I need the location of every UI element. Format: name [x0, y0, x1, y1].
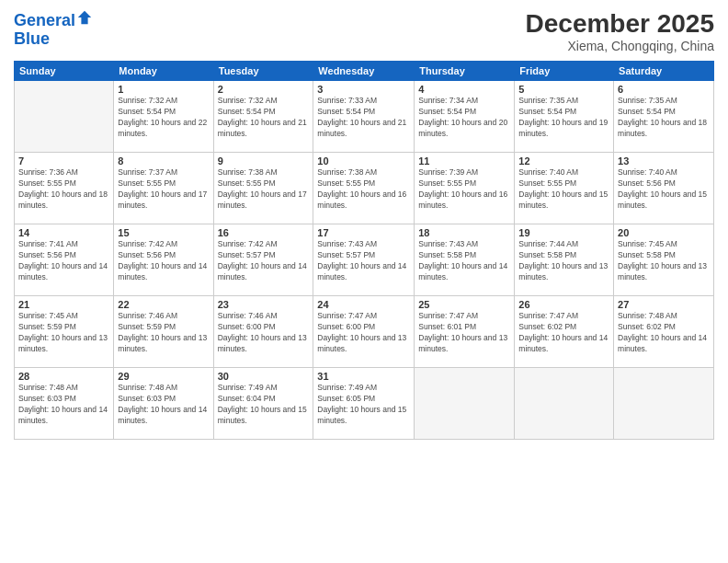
calendar: Sunday Monday Tuesday Wednesday Thursday…	[14, 61, 714, 440]
day-cell-4-2: 30Sunrise: 7:49 AM Sunset: 6:04 PM Dayli…	[213, 368, 313, 440]
week-row-4: 28Sunrise: 7:48 AM Sunset: 6:03 PM Dayli…	[15, 368, 714, 440]
day-cell-0-3: 3Sunrise: 7:33 AM Sunset: 5:54 PM Daylig…	[313, 81, 415, 153]
day-info: Sunrise: 7:41 AM Sunset: 5:56 PM Dayligh…	[18, 239, 109, 283]
day-info: Sunrise: 7:48 AM Sunset: 6:03 PM Dayligh…	[18, 383, 109, 427]
day-number: 20	[618, 227, 710, 238]
day-number: 12	[518, 155, 609, 167]
day-number: 6	[618, 84, 710, 95]
day-cell-3-3: 24Sunrise: 7:47 AM Sunset: 6:00 PM Dayli…	[313, 296, 415, 368]
day-cell-1-4: 11Sunrise: 7:39 AM Sunset: 5:55 PM Dayli…	[415, 153, 515, 224]
day-info: Sunrise: 7:42 AM Sunset: 5:57 PM Dayligh…	[218, 239, 310, 283]
day-cell-2-2: 16Sunrise: 7:42 AM Sunset: 5:57 PM Dayli…	[213, 224, 313, 296]
day-number: 16	[218, 227, 310, 238]
day-cell-3-6: 27Sunrise: 7:48 AM Sunset: 6:02 PM Dayli…	[614, 296, 714, 368]
day-info: Sunrise: 7:33 AM Sunset: 5:54 PM Dayligh…	[317, 96, 410, 140]
day-number: 3	[317, 84, 410, 95]
day-cell-2-1: 15Sunrise: 7:42 AM Sunset: 5:56 PM Dayli…	[114, 224, 213, 296]
day-number: 28	[18, 371, 109, 382]
location: Xiema, Chongqing, China	[526, 39, 714, 53]
day-cell-0-4: 4Sunrise: 7:34 AM Sunset: 5:54 PM Daylig…	[415, 81, 515, 153]
day-number: 27	[618, 299, 710, 310]
day-number: 2	[218, 84, 310, 95]
day-number: 13	[618, 155, 710, 167]
week-row-3: 21Sunrise: 7:45 AM Sunset: 5:59 PM Dayli…	[15, 296, 714, 368]
day-cell-2-5: 19Sunrise: 7:44 AM Sunset: 5:58 PM Dayli…	[515, 224, 614, 296]
day-cell-4-3: 31Sunrise: 7:49 AM Sunset: 6:05 PM Dayli…	[313, 368, 415, 440]
logo: General Blue	[14, 9, 93, 49]
day-cell-4-5	[515, 368, 614, 440]
day-cell-3-2: 23Sunrise: 7:46 AM Sunset: 6:00 PM Dayli…	[213, 296, 313, 368]
day-number: 17	[317, 227, 410, 238]
day-info: Sunrise: 7:40 AM Sunset: 5:56 PM Dayligh…	[618, 167, 710, 212]
day-number: 18	[418, 227, 510, 238]
day-info: Sunrise: 7:40 AM Sunset: 5:55 PM Dayligh…	[518, 167, 609, 212]
header-sunday: Sunday	[15, 62, 114, 81]
day-cell-0-5: 5Sunrise: 7:35 AM Sunset: 5:54 PM Daylig…	[515, 81, 614, 153]
day-info: Sunrise: 7:32 AM Sunset: 5:54 PM Dayligh…	[218, 96, 310, 140]
day-cell-1-0: 7Sunrise: 7:36 AM Sunset: 5:55 PM Daylig…	[15, 153, 114, 224]
day-number: 14	[18, 227, 109, 238]
day-info: Sunrise: 7:45 AM Sunset: 5:59 PM Dayligh…	[18, 311, 109, 355]
day-cell-1-1: 8Sunrise: 7:37 AM Sunset: 5:55 PM Daylig…	[114, 153, 213, 224]
day-number: 25	[418, 299, 510, 310]
day-number: 4	[418, 84, 510, 95]
day-cell-3-0: 21Sunrise: 7:45 AM Sunset: 5:59 PM Dayli…	[15, 296, 114, 368]
day-number: 24	[317, 299, 410, 310]
logo-blue: Blue	[14, 29, 50, 48]
day-info: Sunrise: 7:35 AM Sunset: 5:54 PM Dayligh…	[518, 96, 609, 140]
day-info: Sunrise: 7:36 AM Sunset: 5:55 PM Dayligh…	[18, 167, 109, 212]
day-cell-2-0: 14Sunrise: 7:41 AM Sunset: 5:56 PM Dayli…	[15, 224, 114, 296]
day-cell-4-0: 28Sunrise: 7:48 AM Sunset: 6:03 PM Dayli…	[15, 368, 114, 440]
day-cell-3-4: 25Sunrise: 7:47 AM Sunset: 6:01 PM Dayli…	[415, 296, 515, 368]
day-cell-1-5: 12Sunrise: 7:40 AM Sunset: 5:55 PM Dayli…	[515, 153, 614, 224]
day-info: Sunrise: 7:49 AM Sunset: 6:04 PM Dayligh…	[218, 383, 310, 427]
header-thursday: Thursday	[415, 62, 515, 81]
day-cell-0-0	[15, 81, 114, 153]
week-row-2: 14Sunrise: 7:41 AM Sunset: 5:56 PM Dayli…	[15, 224, 714, 296]
day-number: 26	[518, 299, 609, 310]
day-info: Sunrise: 7:48 AM Sunset: 6:03 PM Dayligh…	[118, 383, 209, 427]
day-cell-1-6: 13Sunrise: 7:40 AM Sunset: 5:56 PM Dayli…	[614, 153, 714, 224]
day-info: Sunrise: 7:42 AM Sunset: 5:56 PM Dayligh…	[118, 239, 209, 283]
day-number: 8	[118, 155, 209, 167]
day-info: Sunrise: 7:48 AM Sunset: 6:02 PM Dayligh…	[618, 311, 710, 355]
day-info: Sunrise: 7:32 AM Sunset: 5:54 PM Dayligh…	[118, 96, 209, 140]
day-number: 21	[18, 299, 109, 310]
header: General Blue December 2025 Xiema, Chongq…	[14, 9, 714, 53]
day-cell-4-4	[415, 368, 515, 440]
month-title: December 2025	[526, 9, 714, 39]
day-info: Sunrise: 7:43 AM Sunset: 5:58 PM Dayligh…	[418, 239, 510, 283]
day-cell-3-5: 26Sunrise: 7:47 AM Sunset: 6:02 PM Dayli…	[515, 296, 614, 368]
day-info: Sunrise: 7:39 AM Sunset: 5:55 PM Dayligh…	[418, 167, 510, 212]
logo-icon	[76, 9, 93, 26]
day-cell-1-2: 9Sunrise: 7:38 AM Sunset: 5:55 PM Daylig…	[213, 153, 313, 224]
day-info: Sunrise: 7:46 AM Sunset: 5:59 PM Dayligh…	[118, 311, 209, 355]
header-wednesday: Wednesday	[313, 62, 415, 81]
day-info: Sunrise: 7:38 AM Sunset: 5:55 PM Dayligh…	[317, 167, 410, 212]
day-info: Sunrise: 7:38 AM Sunset: 5:55 PM Dayligh…	[218, 167, 310, 212]
day-number: 1	[118, 84, 209, 95]
day-info: Sunrise: 7:46 AM Sunset: 6:00 PM Dayligh…	[218, 311, 310, 355]
day-cell-2-3: 17Sunrise: 7:43 AM Sunset: 5:57 PM Dayli…	[313, 224, 415, 296]
day-cell-2-4: 18Sunrise: 7:43 AM Sunset: 5:58 PM Dayli…	[415, 224, 515, 296]
day-number: 5	[518, 84, 609, 95]
day-cell-0-6: 6Sunrise: 7:35 AM Sunset: 5:54 PM Daylig…	[614, 81, 714, 153]
day-info: Sunrise: 7:47 AM Sunset: 6:00 PM Dayligh…	[317, 311, 410, 355]
day-cell-4-1: 29Sunrise: 7:48 AM Sunset: 6:03 PM Dayli…	[114, 368, 213, 440]
logo-text: General Blue	[14, 9, 93, 49]
day-number: 22	[118, 299, 209, 310]
header-friday: Friday	[515, 62, 614, 81]
header-saturday: Saturday	[614, 62, 714, 81]
day-cell-0-2: 2Sunrise: 7:32 AM Sunset: 5:54 PM Daylig…	[213, 81, 313, 153]
day-info: Sunrise: 7:47 AM Sunset: 6:02 PM Dayligh…	[518, 311, 609, 355]
day-number: 29	[118, 371, 209, 382]
day-info: Sunrise: 7:37 AM Sunset: 5:55 PM Dayligh…	[118, 167, 209, 212]
day-cell-0-1: 1Sunrise: 7:32 AM Sunset: 5:54 PM Daylig…	[114, 81, 213, 153]
day-number: 9	[218, 155, 310, 167]
header-tuesday: Tuesday	[213, 62, 313, 81]
logo-general: General	[14, 11, 75, 29]
day-info: Sunrise: 7:43 AM Sunset: 5:57 PM Dayligh…	[317, 239, 410, 283]
day-number: 19	[518, 227, 609, 238]
day-info: Sunrise: 7:44 AM Sunset: 5:58 PM Dayligh…	[518, 239, 609, 283]
day-number: 11	[418, 155, 510, 167]
